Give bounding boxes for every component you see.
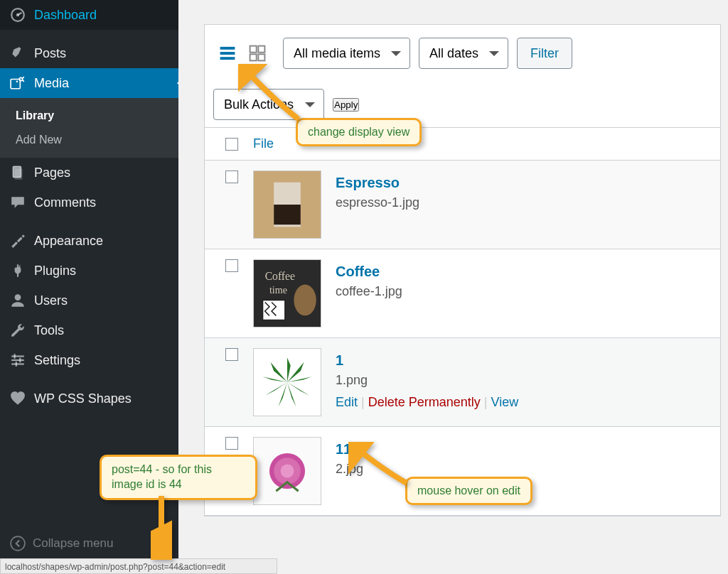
svg-rect-21 <box>250 54 257 60</box>
media-title[interactable]: Espresso <box>336 175 419 191</box>
nav-label: Plugins <box>34 264 76 278</box>
media-thumbnail[interactable] <box>253 348 321 416</box>
row-checkbox[interactable] <box>225 348 238 361</box>
nav-appearance[interactable]: Appearance <box>0 226 178 256</box>
column-file-header[interactable]: File <box>253 136 274 151</box>
svg-rect-12 <box>14 354 16 359</box>
apply-button[interactable]: Apply <box>333 98 359 112</box>
comments-icon <box>10 195 26 210</box>
svg-point-15 <box>11 536 25 551</box>
appearance-icon <box>10 233 26 249</box>
row-checkbox[interactable] <box>225 170 238 183</box>
svg-point-8 <box>15 294 21 300</box>
svg-rect-13 <box>19 358 21 363</box>
svg-rect-17 <box>220 52 235 55</box>
nav-label: Tools <box>34 323 64 338</box>
nav-label: Posts <box>34 46 66 61</box>
nav-label: Media <box>34 76 69 91</box>
svg-rect-2 <box>11 80 20 89</box>
select-all-checkbox[interactable] <box>225 138 238 151</box>
svg-point-30 <box>294 284 316 315</box>
annotation-arrow <box>151 496 172 562</box>
table-row: Espresso espresso-1.jpg <box>205 161 720 249</box>
media-filename: espresso-1.jpg <box>336 195 419 210</box>
svg-rect-25 <box>274 205 301 224</box>
submenu-library[interactable]: Library <box>0 104 178 128</box>
media-filename: 1.png <box>336 373 518 388</box>
collapse-icon <box>10 536 26 551</box>
pages-icon <box>10 165 26 180</box>
svg-point-34 <box>281 465 294 478</box>
nav-comments[interactable]: Comments <box>0 188 178 217</box>
media-filename: coffee-1.jpg <box>336 284 402 299</box>
svg-rect-11 <box>11 363 24 364</box>
nav-label: WP CSS Shapes <box>34 391 132 406</box>
nav-media[interactable]: Media <box>0 68 178 98</box>
nav-settings[interactable]: Settings <box>0 345 178 375</box>
annotation-hover-edit: mouse hover on edit <box>405 477 532 505</box>
annotation-arrow <box>238 64 309 130</box>
row-actions: Edit | Delete Permanently | View <box>336 395 518 410</box>
annotation-post-id: post=44 - so for this image id is 44 <box>100 455 257 500</box>
media-submenu: Library Add New <box>0 98 178 158</box>
svg-point-1 <box>16 13 19 16</box>
nav-users[interactable]: Users <box>0 286 178 315</box>
svg-rect-7 <box>13 166 21 177</box>
filter-button[interactable]: Filter <box>517 38 572 69</box>
svg-rect-16 <box>220 47 235 50</box>
row-checkbox[interactable] <box>225 437 238 450</box>
submenu-add-new[interactable]: Add New <box>0 128 178 152</box>
svg-rect-10 <box>11 359 24 361</box>
nav-label: Appearance <box>34 234 103 249</box>
media-thumbnail[interactable] <box>253 170 321 239</box>
plugins-icon <box>10 263 26 278</box>
nav-dashboard[interactable]: Dashboard <box>0 0 178 30</box>
action-view[interactable]: View <box>491 395 519 409</box>
nav-label: Settings <box>34 353 80 368</box>
media-thumbnail[interactable] <box>253 437 321 505</box>
media-title[interactable]: 1 <box>336 352 518 369</box>
heart-icon <box>10 391 26 406</box>
annotation-change-view: change display view <box>296 118 422 146</box>
nav-tools[interactable]: Tools <box>0 315 178 345</box>
action-edit[interactable]: Edit <box>336 395 358 409</box>
svg-rect-20 <box>258 46 264 53</box>
nav-label: Dashboard <box>34 8 97 23</box>
nav-wp-css-shapes[interactable]: WP CSS Shapes <box>0 384 178 413</box>
table-header: File <box>205 127 720 161</box>
table-row: Coffeetime Coffee coffee-1.jpg <box>205 249 720 338</box>
media-thumbnail[interactable]: Coffeetime <box>253 259 321 327</box>
nav-label: Comments <box>34 195 96 210</box>
dashboard-icon <box>10 7 26 23</box>
view-list-button[interactable] <box>213 39 242 67</box>
media-icon <box>10 75 26 91</box>
nav-posts[interactable]: Posts <box>0 38 178 68</box>
svg-rect-22 <box>258 54 264 60</box>
svg-rect-18 <box>220 57 235 60</box>
svg-point-4 <box>19 77 22 80</box>
tools-icon <box>10 323 26 338</box>
view-switch <box>213 39 272 67</box>
svg-rect-14 <box>16 362 17 367</box>
pin-icon <box>10 45 26 61</box>
filter-dates[interactable]: All dates <box>419 38 508 69</box>
svg-point-3 <box>16 80 18 82</box>
users-icon <box>10 293 26 308</box>
collapse-label: Collapse menu <box>33 536 113 551</box>
nav-plugins[interactable]: Plugins <box>0 256 178 286</box>
svg-rect-19 <box>250 46 257 53</box>
view-grid-button[interactable] <box>243 39 272 67</box>
media-title[interactable]: Coffee <box>336 264 402 280</box>
row-checkbox[interactable] <box>225 259 238 272</box>
svg-text:time: time <box>269 284 287 296</box>
action-delete[interactable]: Delete Permanently <box>368 395 481 409</box>
settings-icon <box>10 352 26 368</box>
svg-text:Coffee: Coffee <box>265 270 295 282</box>
nav-label: Pages <box>34 166 70 180</box>
nav-label: Users <box>34 293 68 308</box>
nav-pages[interactable]: Pages <box>0 158 178 188</box>
table-row: 1 1.png Edit | Delete Permanently | View <box>205 338 720 427</box>
svg-rect-9 <box>11 355 24 357</box>
annotation-arrow <box>348 442 419 494</box>
